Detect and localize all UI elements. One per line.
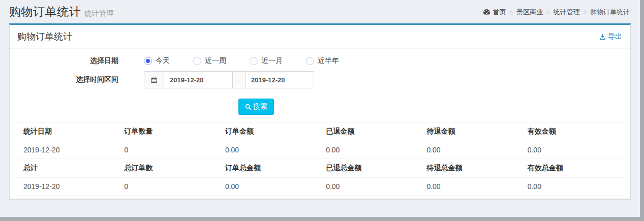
export-button[interactable]: 导出 (599, 32, 622, 41)
column-header: 有效总金额 (524, 159, 624, 178)
breadcrumb-item-scenic-business[interactable]: 景区商业 (516, 8, 543, 17)
breadcrumb-item-label: 景区商业 (516, 8, 543, 17)
panel-title: 购物订单统计 (17, 30, 72, 43)
table-cell: 0 (120, 178, 221, 196)
date-preset-radios: 今天 近一周 近一月 近半年 (144, 56, 339, 66)
column-header: 统计日期 (16, 122, 120, 141)
dashboard-icon (483, 8, 490, 16)
date-preset-row: 选择日期 今天 近一周 近一月 (16, 56, 624, 66)
page-subtitle: 统计管理 (84, 9, 114, 17)
column-header: 有效金额 (524, 122, 624, 141)
radio-icon (250, 57, 258, 65)
column-header: 总计 (16, 159, 120, 178)
table-cell: 0 (120, 141, 221, 159)
table-row: 2019-12-20 0 0.00 0.00 0.00 0.00 (16, 178, 624, 196)
page: 购物订单统计统计管理 首页 > 景区商业 > 统计管理 > 购物订单统计 购物订… (0, 0, 644, 221)
search-row: 搜索 (238, 99, 624, 115)
table-header-row-total: 总计 总订单数 订单总金额 已退总金额 待退总金额 有效总金额 (16, 159, 624, 178)
date-range-label: 选择时间区间 (16, 75, 118, 84)
breadcrumb-item-label: 统计管理 (554, 8, 580, 17)
table-cell: 0.00 (221, 141, 322, 159)
search-icon (245, 104, 252, 110)
page-title-text: 购物订单统计 (9, 5, 81, 18)
table-cell: 0.00 (524, 178, 624, 196)
column-header: 待退总金额 (422, 159, 523, 178)
table-header-row-daily: 统计日期 订单数量 订单金额 已退金额 待退金额 有效金额 (16, 122, 624, 141)
column-header: 已退总金额 (322, 159, 422, 178)
radio-label: 近一周 (205, 56, 226, 66)
radio-label: 近半年 (318, 56, 339, 66)
date-range-row: 选择时间区间 - (16, 71, 624, 88)
breadcrumb-home[interactable]: 首页 (483, 8, 506, 17)
radio-label: 今天 (156, 56, 170, 66)
radio-last-month[interactable]: 近一月 (250, 56, 283, 66)
radio-today[interactable]: 今天 (144, 56, 170, 66)
panel-body: 选择日期 今天 近一周 近一月 (10, 49, 630, 199)
date-range-separator: - (232, 71, 246, 88)
content-header: 购物订单统计统计管理 首页 > 景区商业 > 统计管理 > 购物订单统计 (0, 0, 640, 22)
date-preset-label: 选择日期 (16, 56, 118, 66)
breadcrumb-separator: > (546, 9, 549, 15)
column-header: 订单金额 (221, 122, 322, 141)
table-cell: 0.00 (422, 141, 523, 159)
breadcrumb-item-label: 购物订单统计 (590, 8, 630, 17)
table-cell: 0.00 (524, 141, 624, 159)
page-title: 购物订单统计统计管理 (9, 4, 114, 20)
column-header: 订单总金额 (221, 159, 322, 178)
table-cell: 2019-12-20 (16, 178, 120, 196)
search-button[interactable]: 搜索 (238, 99, 274, 115)
radio-icon (306, 57, 314, 65)
table-row: 2019-12-20 0 0.00 0.00 0.00 0.00 (16, 141, 624, 159)
breadcrumb-separator: > (510, 9, 513, 15)
order-stats-panel: 购物订单统计 导出 选择日期 今天 近一周 (9, 23, 631, 199)
stats-table: 统计日期 订单数量 订单金额 已退金额 待退金额 有效金额 2019-12-20… (16, 122, 624, 196)
breadcrumb-item-stats-management[interactable]: 统计管理 (554, 8, 580, 17)
table-cell: 2019-12-20 (16, 141, 120, 159)
radio-icon (193, 57, 201, 65)
breadcrumb-item-current: 购物订单统计 (590, 8, 630, 17)
radio-last-week[interactable]: 近一周 (193, 56, 226, 66)
table-cell: 0.00 (221, 178, 322, 196)
export-label: 导出 (608, 32, 622, 41)
column-header: 订单数量 (120, 122, 221, 141)
radio-label: 近一月 (261, 56, 283, 66)
breadcrumb-item-label: 首页 (493, 8, 506, 17)
panel-header: 购物订单统计 导出 (10, 25, 630, 49)
column-header: 已退金额 (322, 122, 422, 141)
calendar-addon (144, 71, 164, 88)
breadcrumb: 首页 > 景区商业 > 统计管理 > 购物订单统计 (483, 8, 630, 17)
date-from-input[interactable] (164, 71, 233, 88)
table-cell: 0.00 (422, 178, 523, 196)
download-icon (599, 34, 606, 40)
search-label: 搜索 (253, 102, 267, 111)
breadcrumb-separator: > (584, 9, 587, 15)
date-range-input-group: - (144, 71, 314, 88)
radio-last-half-year[interactable]: 近半年 (306, 56, 339, 66)
column-header: 总订单数 (120, 159, 221, 178)
table-cell: 0.00 (322, 141, 422, 159)
radio-icon (144, 57, 152, 65)
column-header: 待退金额 (422, 122, 523, 141)
date-to-input[interactable] (245, 71, 314, 88)
calendar-icon (150, 76, 158, 83)
table-cell: 0.00 (322, 178, 422, 196)
